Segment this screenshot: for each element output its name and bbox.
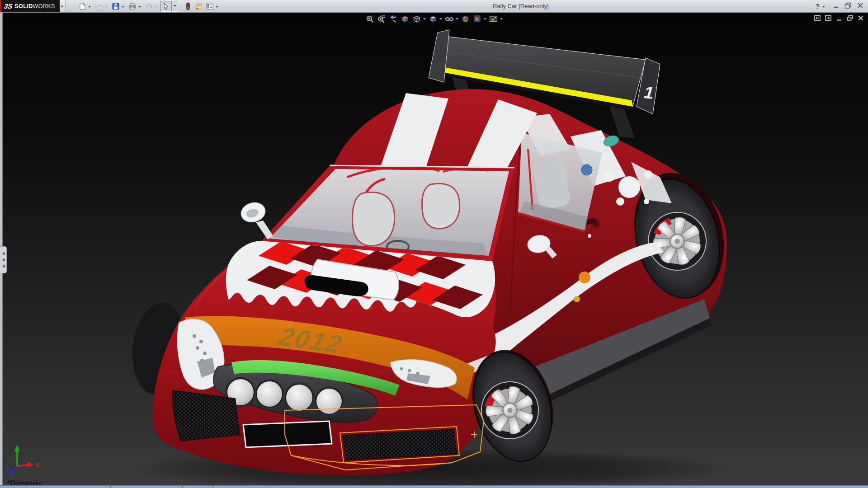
undo-button[interactable]	[144, 1, 155, 12]
brand-text: SOLIDWORKS	[14, 3, 55, 9]
statusbar-divider	[212, 486, 213, 488]
left-arrow-icon	[2, 264, 5, 268]
solidworks-logo: 3S SOLIDWORKS	[0, 0, 60, 12]
left-arrow-icon	[2, 252, 5, 255]
traffic-light-icon	[184, 2, 192, 10]
save-floppy-icon	[112, 2, 120, 10]
view-settings-icon	[489, 14, 498, 23]
close-icon	[856, 2, 864, 9]
rebuild-button[interactable]	[183, 1, 193, 12]
zoom-to-area-icon	[377, 14, 386, 23]
view-settings-dropdown[interactable]	[500, 18, 503, 21]
right-arrow-icon	[61, 5, 63, 8]
view-orientation-icon	[412, 14, 421, 23]
new-document-icon	[78, 2, 86, 10]
triad-z-label: Z	[5, 465, 9, 472]
help-button[interactable]: ?	[816, 2, 820, 10]
doc-close-icon	[857, 14, 864, 22]
ds-logo-icon: 3S	[4, 2, 13, 10]
3d-viewport-canvas[interactable]: 1	[0, 12, 868, 488]
file-properties-button[interactable]	[193, 1, 204, 12]
restore-button[interactable]	[844, 2, 852, 10]
previous-window-button[interactable]	[813, 14, 821, 22]
minimize-icon	[832, 2, 840, 9]
apply-scene-dropdown[interactable]	[484, 18, 486, 21]
file-properties-icon	[195, 2, 203, 10]
left-arrow-icon	[2, 258, 5, 262]
doc-minimize-icon	[835, 14, 843, 22]
options-dropdown[interactable]	[216, 6, 218, 9]
apply-scene-button[interactable]	[472, 14, 482, 23]
graphics-viewport[interactable]: 1	[0, 12, 868, 488]
solidworks-window: 3S SOLIDWORKS	[0, 0, 868, 488]
display-style-button[interactable]	[428, 14, 438, 23]
window-controls: ?	[816, 0, 864, 12]
statusbar-edge	[0, 485, 868, 488]
doc-close-button[interactable]	[857, 14, 864, 22]
zoom-to-fit-icon	[365, 14, 374, 23]
undo-dropdown[interactable]	[155, 6, 158, 9]
titlebar: 3S SOLIDWORKS	[0, 0, 868, 13]
open-folder-icon	[95, 2, 103, 10]
previous-window-icon	[814, 14, 821, 22]
toolbar-overflow-tab[interactable]	[60, 0, 66, 12]
previous-view-button[interactable]	[388, 14, 398, 23]
feature-panel-expand-handle[interactable]	[0, 246, 7, 273]
doc-restore-icon	[846, 14, 854, 22]
hide-show-items-dropdown[interactable]	[456, 18, 458, 21]
select-button[interactable]	[160, 1, 171, 12]
print-icon	[128, 2, 137, 10]
close-button[interactable]	[856, 2, 864, 10]
logo-accent	[0, 0, 1, 12]
new-dropdown[interactable]	[88, 6, 91, 9]
zoom-to-area-button[interactable]	[376, 14, 386, 23]
heads-up-view-toolbar	[364, 14, 503, 23]
help-dropdown[interactable]	[822, 6, 825, 9]
select-cursor-icon	[162, 2, 170, 10]
open-dropdown[interactable]	[105, 6, 108, 9]
save-dropdown[interactable]	[122, 6, 124, 9]
hide-show-items-button[interactable]	[444, 14, 454, 23]
document-title: Rally Car [Read-only]	[493, 0, 549, 12]
next-window-button[interactable]	[824, 14, 832, 22]
open-button[interactable]	[94, 1, 104, 12]
document-window-controls	[813, 14, 864, 22]
zoom-to-fit-button[interactable]	[364, 14, 374, 23]
previous-view-icon	[389, 14, 397, 23]
view-settings-button[interactable]	[488, 14, 498, 23]
next-window-icon	[825, 14, 832, 22]
view-orientation-dropdown[interactable]	[423, 18, 426, 21]
main-toolbar	[77, 0, 221, 12]
eyeglasses-icon	[445, 14, 453, 23]
options-checklist-icon	[206, 2, 214, 10]
print-dropdown[interactable]	[138, 6, 141, 9]
view-orientation-button[interactable]	[411, 14, 421, 23]
restore-icon	[844, 2, 852, 9]
new-button[interactable]	[77, 1, 88, 12]
wing-number: 1	[643, 83, 655, 103]
section-view-button[interactable]	[400, 14, 410, 23]
save-button[interactable]	[110, 1, 121, 12]
undo-icon	[145, 2, 153, 10]
doc-restore-button[interactable]	[846, 14, 854, 22]
print-button[interactable]	[127, 1, 138, 12]
doc-minimize-button[interactable]	[835, 14, 843, 22]
statusbar-divider	[110, 486, 111, 488]
section-view-icon	[401, 14, 409, 23]
apply-scene-icon	[473, 14, 481, 23]
edit-appearance-button[interactable]	[460, 14, 470, 23]
reference-triad: X Z	[5, 445, 40, 475]
minimize-button[interactable]	[832, 2, 840, 10]
triad-x-label: X	[35, 462, 40, 469]
statusbar-divider	[182, 486, 183, 488]
select-dropdown[interactable]	[171, 1, 178, 12]
display-style-dropdown[interactable]	[439, 18, 442, 21]
appearance-sphere-icon	[461, 14, 470, 23]
display-style-icon	[429, 14, 437, 23]
options-button[interactable]	[204, 1, 215, 12]
